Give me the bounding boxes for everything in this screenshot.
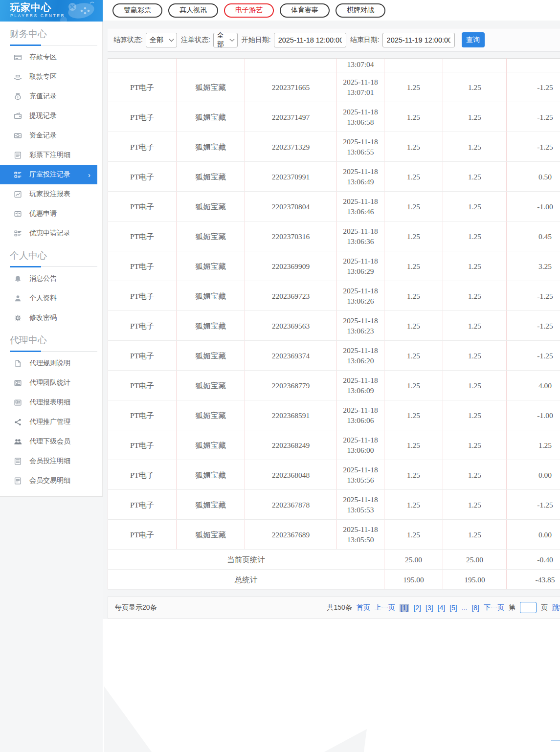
sidebar-item-agent-team-stats[interactable]: 代理团队统计 [0,373,97,393]
cell-order-no: 2202369909 [245,251,337,281]
game-category-tabs: 雙赢彩票 真人视讯 电子游艺 体育赛事 棋牌对战 [103,0,560,21]
first-page-link[interactable]: 首页 [357,603,370,612]
page-link-8[interactable]: [8] [471,604,479,612]
personal-menu: 消息公告 个人资料 修改密码 [0,269,102,328]
table-row: PT电子 狐媚宝藏 2202369563 2025-11-18 13:06:23… [108,311,560,341]
page-link-3[interactable]: [3] [426,604,433,612]
sidebar-item-agent-report-details[interactable]: 代理报表明细 [0,393,97,412]
sidebar-item-promo-apply-records[interactable]: 优惠申请记录 [0,223,97,243]
next-page-link[interactable]: 下一页 [484,603,504,612]
table-row: PT电子 狐媚宝藏 2202371497 2025-11-18 13:06:58… [108,102,560,132]
jump-button[interactable]: 跳转 [552,603,560,612]
cell-order-no: 2202368048 [245,460,337,490]
cell-winloss [507,59,560,72]
settle-status-select[interactable]: 全部 [146,33,177,47]
table-row: PT电子 狐媚宝藏 2202369374 2025-11-18 13:06:20… [108,341,560,371]
sidebar-item-deposit-zone[interactable]: 存款专区 [0,47,97,67]
cell-bet: 1.25 [384,460,443,490]
table-row: PT电子 狐媚宝藏 2202368779 2025-11-18 13:06:09… [108,371,560,400]
cell-platform: PT电子 [108,341,177,371]
bottom-decoration [103,619,560,752]
start-date-input[interactable] [274,33,346,47]
tab-electronic-games[interactable]: 电子游艺 [224,3,274,18]
section-title-finance: 财务中心 [0,22,102,45]
banknote-icon [13,131,22,140]
table-row: PT电子 狐媚宝藏 2202367878 2025-11-18 13:05:53… [108,490,560,520]
sidebar-item-agent-sub-members[interactable]: 代理下级会员 [0,432,97,451]
finance-menu: 存款专区 取款专区 充值记录 提现记录 资金记录 [0,47,102,243]
tab-lottery[interactable]: 雙赢彩票 [112,3,162,18]
total-summary-label: 总统计 [108,570,384,590]
cell-valid-bet: 1.25 [443,520,507,550]
search-button[interactable]: 查询 [462,32,485,47]
page-summary-row: 当前页统计 25.00 25.00 -0.40 [108,550,560,570]
tab-sports[interactable]: 体育赛事 [280,3,330,18]
main-content: 雙赢彩票 真人视讯 电子游艺 体育赛事 棋牌对战 结算状态: 全部 注单状态: … [103,0,560,752]
cell-game: 狐媚宝藏 [177,311,245,341]
sidebar: 玩家中心 PLAYERS CENTER 财务中心 存款专区 取款专区 充值记录 [0,0,103,752]
cell-game: 狐媚宝藏 [177,132,245,162]
cell-platform: PT电子 [108,132,177,162]
page-link-2[interactable]: [2] [413,604,421,612]
cell-platform: PT电子 [108,311,177,341]
sidebar-item-lottery-bet-details[interactable]: 彩票下注明细 [0,145,97,165]
sidebar-item-change-password[interactable]: 修改密码 [0,308,97,328]
jump-page-input[interactable] [520,602,537,613]
cell-time: 2025-11-18 13:06:36 [337,221,384,251]
page-link-5[interactable]: [5] [449,604,457,612]
sidebar-item-announcements[interactable]: 消息公告 [0,269,97,288]
cell-order-no: 2202371665 [245,72,337,102]
cell-game: 狐媚宝藏 [177,72,245,102]
page-summary-label: 当前页统计 [108,550,384,570]
tab-board-games[interactable]: 棋牌对战 [336,3,385,18]
cell-valid-bet: 1.25 [443,311,507,341]
cell-valid-bet: 1.25 [443,72,507,102]
cell-valid-bet: 1.25 [443,162,507,192]
app-root: 玩家中心 PLAYERS CENTER 财务中心 存款专区 取款专区 充值记录 [0,0,560,752]
cell-platform: PT电子 [108,490,177,520]
order-status-select[interactable]: 全部 [213,33,238,47]
cell-time: 2025-11-18 13:05:56 [337,460,384,490]
cell-time: 2025-11-18 13:06:09 [337,371,384,400]
cell-game: 狐媚宝藏 [177,460,245,490]
cell-bet: 1.25 [384,221,443,251]
cell-bet: 1.25 [384,251,443,281]
sidebar-item-member-transaction-details[interactable]: 会员交易明细 [0,471,97,490]
sidebar-item-player-bet-report[interactable]: 玩家投注报表 [0,184,97,204]
sidebar-item-withdraw-zone[interactable]: 取款专区 [0,67,97,87]
cell-game: 狐媚宝藏 [177,520,245,550]
sidebar-item-promo-apply[interactable]: 优惠申请 [0,204,97,223]
total-summary-bet: 195.00 [384,570,443,590]
cell-winloss: 4.00 [507,371,560,400]
cell-winloss: 0.00 [507,520,560,550]
tab-live-casino[interactable]: 真人视讯 [168,3,218,18]
table-row-partial: 13:07:04 [108,59,560,72]
sidebar-item-recharge-records[interactable]: 充值记录 [0,87,97,106]
page-summary-valid: 25.00 [443,550,507,570]
page-link-4[interactable]: [4] [438,604,446,612]
cell-order-no: 2202369563 [245,311,337,341]
sidebar-item-profile[interactable]: 个人资料 [0,288,97,308]
share-icon [13,418,22,426]
sidebar-item-funds-records[interactable]: 资金记录 [0,126,97,145]
cell-valid-bet [443,59,507,72]
sidebar-item-member-bet-details[interactable]: 会员投注明细 [0,451,97,471]
cell-winloss: -1.25 [507,132,560,162]
newspaper-icon [13,398,22,407]
cell-time: 2025-11-18 13:06:23 [337,311,384,341]
cell-game: 狐媚宝藏 [177,430,245,460]
document-lines-icon [13,151,22,159]
end-date-input[interactable] [382,33,455,47]
cell-time: 2025-11-18 13:06:29 [337,251,384,281]
sidebar-item-agent-rules[interactable]: 代理规则说明 [0,354,97,373]
sidebar-item-agent-promotion[interactable]: 代理推广管理 [0,412,97,432]
page-link-1[interactable]: [1] [400,604,409,612]
chart-report-icon [13,190,22,199]
total-count: 共150条 [327,603,352,612]
sidebar-item-hall-bet-records[interactable]: 厅室投注记录 › [0,165,97,184]
sidebar-item-withdrawal-records[interactable]: 提现记录 [0,106,97,126]
cell-valid-bet: 1.25 [443,102,507,132]
prev-page-link[interactable]: 上一页 [375,603,395,612]
cell-time: 13:07:04 [337,59,384,72]
page-summary-winloss: -0.40 [507,550,560,570]
